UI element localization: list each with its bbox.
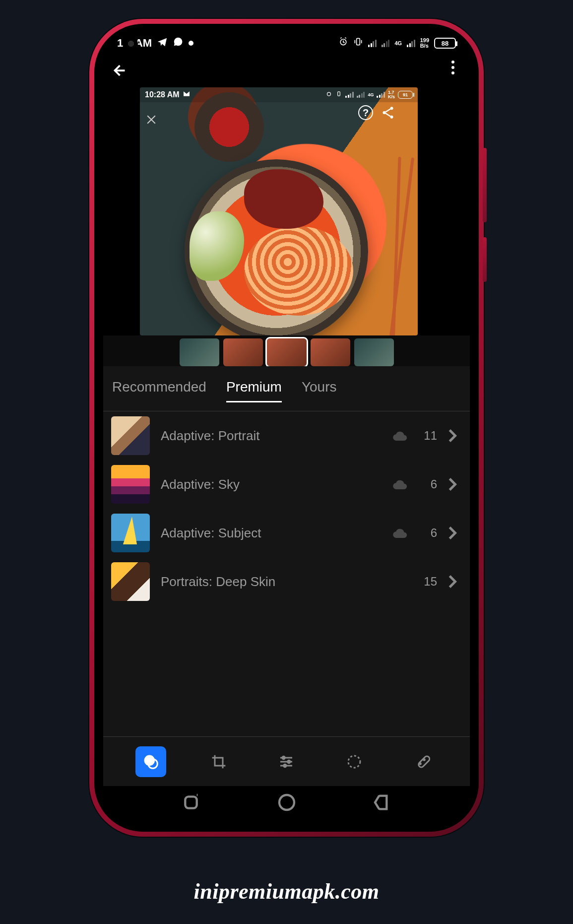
preset-row-adaptive-portrait[interactable]: Adaptive: Portrait 11 (103, 411, 470, 460)
preview-thumb[interactable] (354, 338, 394, 366)
tool-crop[interactable] (203, 746, 234, 777)
preset-row-adaptive-subject[interactable]: Adaptive: Subject 6 (103, 509, 470, 557)
preset-count: 11 (419, 429, 437, 443)
vibrate-icon (353, 37, 363, 50)
gmail-icon (183, 90, 191, 100)
editor-bottom-toolbar (103, 736, 470, 786)
preview-thumb[interactable] (223, 338, 263, 366)
preview-thumb[interactable] (311, 338, 350, 366)
front-camera (124, 37, 138, 51)
preview-thumb-selected[interactable] (267, 338, 307, 366)
power-button (483, 237, 487, 282)
preset-count: 6 (419, 477, 437, 491)
net-speed-unit: B/s (420, 43, 429, 49)
svg-point-2 (327, 92, 331, 96)
nav-recent-button[interactable] (181, 792, 201, 814)
viewed-photo[interactable]: 10:28 AM 4G (140, 87, 418, 335)
overflow-menu-button[interactable] (447, 61, 459, 74)
chevron-right-icon (448, 477, 462, 491)
signal-1-icon (368, 39, 377, 47)
inner-vibrate-icon (335, 90, 342, 99)
tool-healing[interactable] (407, 746, 438, 777)
photo-sauce-bowl (194, 92, 264, 162)
svg-point-17 (279, 795, 294, 810)
inner-network-type: 4G (368, 93, 374, 97)
cloud-icon (391, 527, 408, 539)
preset-list[interactable]: Adaptive: Portrait 11 Adaptive: Sky 6 Ad… (103, 411, 470, 736)
preset-name: Adaptive: Subject (161, 526, 381, 541)
network-type: 4G (394, 41, 402, 46)
close-icon[interactable] (146, 114, 157, 125)
svg-point-10 (288, 760, 290, 763)
svg-point-14 (419, 763, 421, 764)
signal-2-icon (382, 39, 390, 47)
inner-battery-indicator: 91 (398, 91, 413, 99)
share-icon[interactable] (381, 105, 395, 120)
notification-dot-icon (189, 41, 193, 46)
inner-signal-1-icon (345, 92, 354, 98)
preset-name: Adaptive: Sky (161, 477, 381, 492)
inner-alarm-icon (325, 90, 332, 99)
svg-point-12 (348, 756, 360, 768)
chevron-right-icon (448, 575, 462, 589)
photo-chopstick-2 (391, 157, 401, 335)
inner-net-speed-unit: K/s (388, 95, 395, 99)
nav-home-button[interactable] (277, 792, 297, 814)
inner-signal-3-icon (377, 92, 385, 98)
preset-count: 6 (419, 526, 437, 540)
svg-rect-3 (338, 92, 340, 96)
tool-adjust[interactable] (271, 746, 302, 777)
preset-row-portraits-deep-skin[interactable]: Portraits: Deep Skin 15 (103, 557, 470, 606)
svg-rect-1 (357, 38, 360, 45)
tab-yours[interactable]: Yours (302, 379, 337, 402)
preset-tabs: Recommended Premium Yours (103, 366, 470, 411)
preset-name: Portraits: Deep Skin (161, 574, 381, 590)
signal-3-icon (407, 39, 415, 47)
preset-thumb (111, 416, 150, 455)
system-status-bar: 1 6 AM 4G (103, 33, 470, 54)
tab-premium[interactable]: Premium (226, 379, 282, 402)
preview-thumb[interactable] (180, 338, 219, 366)
inner-status-bar: 10:28 AM 4G (140, 87, 418, 102)
phone-screen: 1 6 AM 4G (94, 24, 479, 832)
preset-name: Adaptive: Portrait (161, 428, 381, 444)
photo-noodles (244, 226, 353, 316)
chevron-right-icon (448, 429, 462, 443)
back-button[interactable] (110, 62, 127, 79)
tool-masking[interactable] (339, 746, 370, 777)
help-icon[interactable]: ? (358, 105, 373, 120)
svg-point-9 (282, 756, 285, 759)
alarm-icon (338, 37, 348, 50)
inner-status-time: 10:28 AM (145, 90, 180, 99)
nav-back-button[interactable] (373, 792, 392, 814)
chat-icon (173, 36, 184, 50)
preset-thumb (111, 465, 150, 504)
chevron-right-icon (448, 526, 462, 540)
svg-point-11 (284, 764, 286, 767)
app-top-bar (103, 54, 470, 87)
preset-thumb (111, 514, 150, 552)
telegram-icon (157, 36, 168, 50)
cloud-icon (391, 478, 408, 490)
phone-device-frame: 1 6 AM 4G (89, 19, 484, 837)
photo-viewer-app: 10:28 AM 4G (103, 54, 470, 786)
watermark-text: inipremiumapk.com (0, 879, 573, 904)
photo-chopstick-1 (388, 157, 414, 335)
tool-presets[interactable] (135, 746, 166, 777)
svg-point-15 (423, 759, 425, 760)
inner-signal-2-icon (357, 92, 365, 98)
volume-button (483, 148, 487, 222)
preset-preview-strip (103, 335, 470, 366)
preset-count: 15 (419, 575, 437, 589)
svg-rect-16 (185, 796, 196, 808)
preset-row-adaptive-sky[interactable]: Adaptive: Sky 6 (103, 460, 470, 509)
battery-indicator: 88 (434, 38, 456, 49)
system-navigation-bar (103, 786, 470, 821)
preset-thumb (111, 562, 150, 601)
svg-rect-13 (417, 755, 430, 768)
cloud-icon (391, 430, 408, 442)
tab-recommended[interactable]: Recommended (112, 379, 206, 402)
